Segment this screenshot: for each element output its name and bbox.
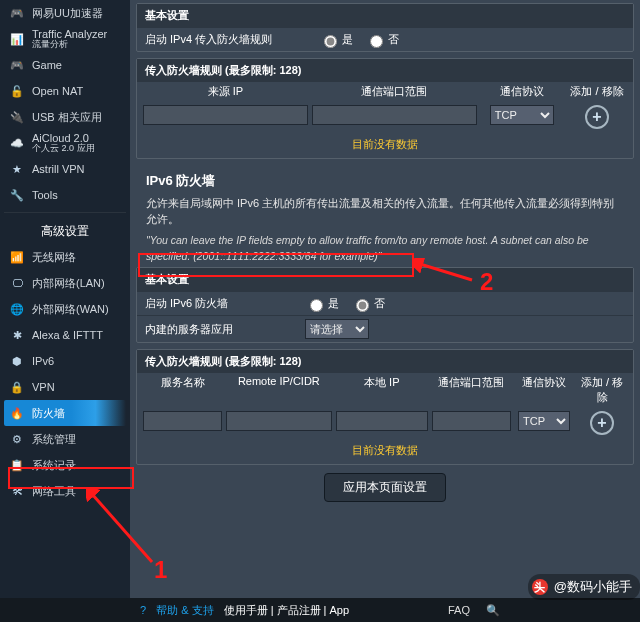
help-icon: ? [140, 604, 146, 616]
ipv4-rules-panel: 传入防火墙规则 (最多限制: 128) 来源 IP 通信端口范围 通信协议 添加… [136, 58, 634, 159]
ipv6-remote-input[interactable] [226, 411, 331, 431]
sidebar-icon: 🔥 [8, 404, 26, 422]
sidebar-item[interactable]: 📋系统记录 [4, 452, 126, 478]
sidebar-label: 内部网络(LAN) [32, 276, 105, 291]
col-source-ip: 来源 IP [143, 84, 308, 99]
sidebar-item[interactable]: 🖵内部网络(LAN) [4, 270, 126, 296]
ipv6-desc-text: 允许来自局域网中 IPv6 主机的所有传出流量及相关的传入流量。任何其他传入流量… [146, 195, 624, 228]
ipv4-basic-panel: 基本设置 启动 IPv4 传入防火墙规则 是 否 [136, 3, 634, 52]
ipv6-rules-panel: 传入防火墙规则 (最多限制: 128) 服务名称 Remote IP/CIDR … [136, 349, 634, 465]
sidebar-label: Tools [32, 189, 58, 201]
sidebar-item[interactable]: ✱Alexa & IFTTT [4, 322, 126, 348]
ipv6-proto-select[interactable]: TCP [518, 411, 570, 431]
sidebar-item[interactable]: 🎮网易UU加速器 [4, 0, 126, 26]
sidebar-icon: 🔓 [8, 82, 26, 100]
ipv4-add-button[interactable]: + [585, 105, 609, 129]
ipv6-port-input[interactable] [432, 411, 511, 431]
ipv6-enable-label: 启动 IPv6 防火墙 [145, 296, 305, 311]
ipv4-enable-label: 启动 IPv4 传入防火墙规则 [145, 32, 305, 47]
sidebar-item[interactable]: 🔌USB 相关应用 [4, 104, 126, 130]
ipv6-add-button[interactable]: + [590, 411, 614, 435]
main-content: 基本设置 启动 IPv4 传入防火墙规则 是 否 传入防火墙规则 (最多限制: … [130, 0, 640, 600]
sidebar-icon: 🎮 [8, 4, 26, 22]
sidebar-label: 网易UU加速器 [32, 6, 103, 21]
sidebar-item[interactable]: ☁️AiCloud 2.0个人云 2.0 应用 [4, 130, 126, 156]
sidebar-icon: 🔌 [8, 108, 26, 126]
sidebar-item[interactable]: ⬢IPv6 [4, 348, 126, 374]
ipv6-builtin-label: 内建的服务器应用 [145, 322, 305, 337]
sidebar-item[interactable]: 🛠网络工具 [4, 478, 126, 504]
ipv4-rules-title: 传入防火墙规则 (最多限制: 128) [137, 59, 633, 82]
sidebar-icon: 🔒 [8, 378, 26, 396]
ipv6-rules-title: 传入防火墙规则 (最多限制: 128) [137, 350, 633, 373]
sidebar-icon: ⚙ [8, 430, 26, 448]
sidebar-label: Game [32, 59, 62, 71]
sidebar-icon: ✱ [8, 326, 26, 344]
sidebar-label: 系统记录 [32, 458, 76, 473]
ipv4-enable-radio[interactable]: 是 否 [319, 32, 399, 48]
col-remote: Remote IP/CIDR [226, 375, 331, 405]
ipv6-desc: IPv6 防火墙 允许来自局域网中 IPv6 主机的所有传出流量及相关的传入流量… [136, 165, 634, 267]
sidebar-item[interactable]: 📊Traffic Analyzer流量分析 [4, 26, 126, 52]
sidebar-item[interactable]: ★Astrill VPN [4, 156, 126, 182]
sidebar-icon: 🎮 [8, 56, 26, 74]
sidebar-item[interactable]: 🔥防火墙 [4, 400, 126, 426]
watermark-text: @数码小能手 [554, 578, 632, 596]
ipv4-nodata: 目前没有数据 [137, 135, 633, 158]
ipv6-basic-panel: 基本设置 启动 IPv6 防火墙 是 否 内建的服务器应用 请选择 [136, 267, 634, 343]
col-add: 添加 / 移除 [577, 375, 627, 405]
watermark-logo-icon: 头 [532, 579, 548, 595]
sidebar-label: 外部网络(WAN) [32, 302, 109, 317]
sidebar-icon: 🖵 [8, 274, 26, 292]
sidebar-label: Open NAT [32, 85, 83, 97]
sidebar-icon: 🔧 [8, 186, 26, 204]
ipv6-basic-title: 基本设置 [137, 268, 633, 291]
footer-links[interactable]: 使用手册 | 产品注册 | App [224, 603, 350, 618]
ipv6-enable-radio[interactable]: 是 否 [305, 296, 385, 312]
ipv6-builtin-select[interactable]: 请选择 [305, 319, 369, 339]
col-port: 通信端口范围 [432, 375, 511, 405]
sidebar-icon: ★ [8, 160, 26, 178]
ipv4-port-input[interactable] [312, 105, 477, 125]
sidebar-icon: 📊 [8, 30, 26, 48]
sidebar-item[interactable]: 🔧Tools [4, 182, 126, 208]
sidebar-label: IPv6 [32, 355, 54, 367]
ipv4-src-input[interactable] [143, 105, 308, 125]
sidebar-icon: 🌐 [8, 300, 26, 318]
sidebar-icon: 📶 [8, 248, 26, 266]
sidebar-label: 防火墙 [32, 406, 65, 421]
sidebar-item[interactable]: 🎮Game [4, 52, 126, 78]
sidebar-label: Alexa & IFTTT [32, 329, 103, 341]
sidebar-label: VPN [32, 381, 55, 393]
watermark: 头 @数码小能手 [528, 574, 640, 600]
col-proto: 通信协议 [515, 375, 573, 405]
sidebar-icon: ☁️ [8, 134, 26, 152]
apply-button[interactable]: 应用本页面设置 [324, 473, 446, 502]
ipv6-title: IPv6 防火墙 [146, 171, 624, 191]
sidebar: 🎮网易UU加速器📊Traffic Analyzer流量分析🎮Game🔓Open … [0, 0, 130, 600]
ipv4-proto-select[interactable]: TCP [490, 105, 554, 125]
ipv4-basic-title: 基本设置 [137, 4, 633, 27]
advanced-title: 高级设置 [4, 217, 126, 244]
sidebar-label: 系统管理 [32, 432, 76, 447]
ipv6-note: "You can leave the IP fields empty to al… [146, 234, 589, 263]
faq-link[interactable]: FAQ [448, 604, 470, 616]
divider [4, 212, 126, 213]
sidebar-label: 网络工具 [32, 484, 76, 499]
ipv6-svc-input[interactable] [143, 411, 222, 431]
search-icon[interactable]: 🔍 [486, 604, 500, 617]
sidebar-label: USB 相关应用 [32, 110, 102, 125]
col-service: 服务名称 [143, 375, 222, 405]
sidebar-item[interactable]: 🔒VPN [4, 374, 126, 400]
sidebar-item[interactable]: 🌐外部网络(WAN) [4, 296, 126, 322]
sidebar-item[interactable]: 📶无线网络 [4, 244, 126, 270]
ipv6-nodata: 目前没有数据 [137, 441, 633, 464]
sidebar-label: Traffic Analyzer流量分析 [32, 29, 107, 49]
sidebar-label: AiCloud 2.0个人云 2.0 应用 [32, 133, 95, 153]
col-port-range: 通信端口范围 [312, 84, 477, 99]
help-link[interactable]: 帮助 & 支持 [156, 603, 213, 618]
col-local: 本地 IP [336, 375, 428, 405]
sidebar-item[interactable]: 🔓Open NAT [4, 78, 126, 104]
ipv6-local-input[interactable] [336, 411, 428, 431]
sidebar-item[interactable]: ⚙系统管理 [4, 426, 126, 452]
